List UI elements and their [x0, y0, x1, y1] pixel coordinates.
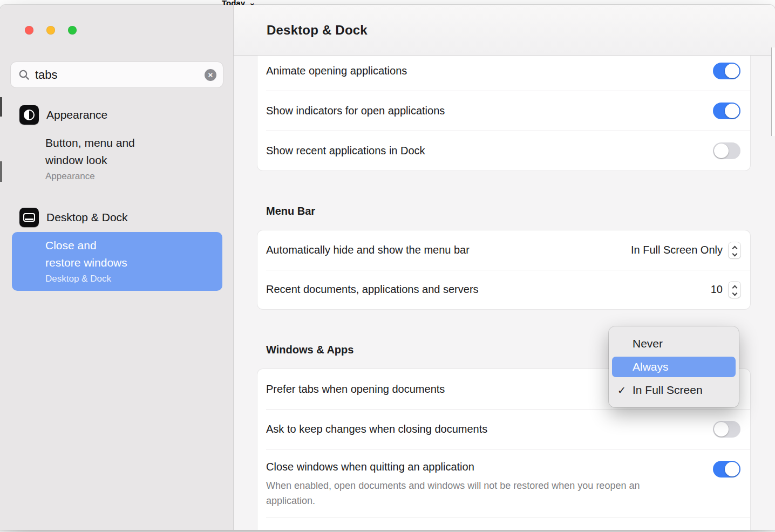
setting-label: Automatically hide and show the menu bar: [266, 244, 470, 256]
menu-item-label: Never: [633, 337, 663, 350]
toggle-show-indicators[interactable]: [713, 103, 740, 119]
toggle-knob: [714, 422, 729, 436]
selected-value: 10: [711, 283, 723, 296]
setting-row-show-indicators: Show indicators for open applications: [257, 91, 750, 131]
setting-row-ask-to-keep-changes: Ask to keep changes when closing documen…: [257, 409, 750, 449]
stepper-icon[interactable]: [729, 242, 740, 258]
toggle-knob: [725, 462, 739, 476]
toggle-knob: [725, 64, 739, 78]
setting-row-recent-documents: Recent documents, applications and serve…: [257, 270, 750, 309]
setting-label: Show indicators for open applications: [266, 105, 445, 117]
setting-label: Animate opening applications: [266, 65, 407, 77]
dropdown-menu-prefer-tabs: Never Always ✓ In Full Screen: [609, 326, 739, 407]
search-input[interactable]: [35, 68, 199, 82]
toggle-knob: [725, 104, 739, 118]
setting-label: Close windows when quitting an applicati…: [266, 461, 644, 473]
setting-description: When enabled, open documents and windows…: [266, 478, 644, 508]
setting-row-animate-opening: Animate opening applications: [257, 56, 750, 91]
app-label-desktop-dock: Desktop & Dock: [46, 211, 128, 224]
desktop-dock-app-icon: [19, 208, 39, 227]
background-window-sliver: [0, 97, 2, 117]
zoom-window-button[interactable]: [68, 26, 77, 35]
search-result-app-desktop-dock[interactable]: Desktop & Dock: [19, 208, 222, 227]
menu-bar-settings-card: Automatically hide and show the menu bar…: [257, 230, 750, 309]
setting-label: Prefer tabs when opening documents: [266, 383, 445, 395]
result-title-line: Close and: [45, 237, 214, 254]
window-controls: [25, 26, 77, 35]
setting-label: Show recent applications in Dock: [266, 145, 425, 157]
result-category: Appearance: [45, 170, 135, 182]
screen: Today ⌄ ×: [0, 0, 775, 532]
toggle-animate-opening[interactable]: [713, 63, 740, 79]
chevron-up-icon: [732, 285, 737, 290]
clear-search-icon[interactable]: ×: [205, 69, 216, 81]
dock-settings-card: Animate opening applications Show indica…: [257, 56, 750, 170]
app-label-appearance: Appearance: [46, 108, 107, 121]
search-icon: [18, 69, 30, 80]
background-window-sliver: [0, 161, 2, 182]
result-title-line: window look: [45, 152, 135, 169]
chevron-up-icon: [732, 245, 737, 251]
toggle-close-windows-on-quit[interactable]: [713, 461, 740, 478]
stepper-icon[interactable]: [729, 282, 740, 298]
close-window-button[interactable]: [25, 26, 33, 35]
stepper-recent-documents[interactable]: 10: [711, 282, 740, 298]
toggle-ask-keep-changes[interactable]: [713, 421, 740, 438]
result-title-line: restore windows: [45, 254, 214, 271]
search-result-close-restore-windows-selected[interactable]: Close and restore windows Desktop & Dock: [12, 232, 222, 291]
main-pane: Desktop & Dock Animate opening applicati…: [234, 5, 775, 530]
appearance-app-icon: [19, 105, 39, 125]
popup-button-hide-menu-bar[interactable]: In Full Screen Only: [631, 242, 740, 258]
setting-row-close-windows-on-quit: Close windows when quitting an applicati…: [257, 449, 750, 517]
result-title-line: Button, menu and: [45, 134, 135, 152]
desktop-window-icon: [23, 213, 35, 222]
chevron-down-icon: [732, 251, 737, 256]
setting-text-block: Close windows when quitting an applicati…: [266, 461, 644, 508]
toggle-show-recent-apps[interactable]: [713, 142, 740, 159]
chevron-down-icon: [732, 290, 737, 296]
setting-row-clipped: [257, 517, 750, 530]
pane-header: Desktop & Dock: [234, 5, 775, 56]
result-category: Desktop & Dock: [45, 272, 214, 285]
contrast-circle-icon: [24, 110, 35, 120]
menu-item-label: In Full Screen: [633, 384, 703, 397]
setting-row-show-recent-apps: Show recent applications in Dock: [257, 131, 750, 170]
setting-label: Ask to keep changes when closing documen…: [266, 423, 487, 435]
search-field[interactable]: ×: [11, 62, 223, 87]
search-result-app-appearance[interactable]: Appearance: [19, 105, 222, 125]
page-title: Desktop & Dock: [267, 23, 368, 38]
system-settings-window: × Appearance Button, menu and window loo…: [0, 5, 775, 530]
checkmark-icon: ✓: [617, 384, 633, 397]
section-heading-menu-bar: Menu Bar: [266, 203, 750, 219]
menu-item-always[interactable]: Always: [612, 357, 736, 377]
sidebar: × Appearance Button, menu and window loo…: [0, 5, 234, 530]
selected-value: In Full Screen Only: [631, 244, 723, 256]
minimize-window-button[interactable]: [46, 26, 55, 35]
setting-row-hide-menu-bar: Automatically hide and show the menu bar…: [257, 230, 750, 270]
search-result-button-menu-window-look[interactable]: Button, menu and window look Appearance: [45, 134, 135, 182]
toggle-knob: [714, 144, 729, 158]
menu-item-in-full-screen[interactable]: ✓ In Full Screen: [612, 380, 736, 400]
menu-item-label: Always: [633, 360, 669, 373]
settings-scroll-area[interactable]: Animate opening applications Show indica…: [234, 56, 775, 530]
background-window-edge: [771, 47, 775, 136]
setting-label: Recent documents, applications and serve…: [266, 283, 479, 296]
menu-item-never[interactable]: Never: [612, 333, 736, 354]
